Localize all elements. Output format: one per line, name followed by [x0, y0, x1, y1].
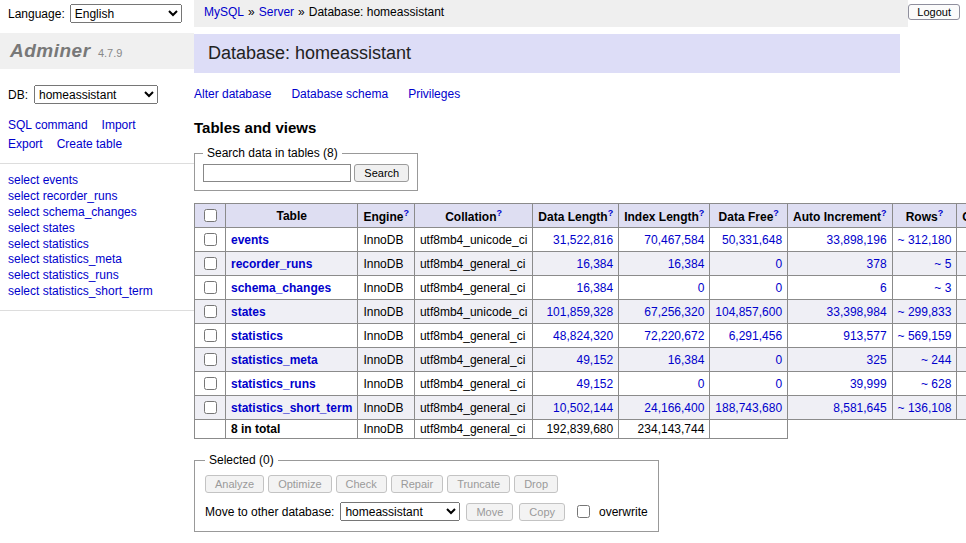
help-icon[interactable]: ? — [608, 208, 614, 218]
language-chooser: Language: English — [0, 0, 194, 27]
help-icon[interactable]: ? — [699, 208, 705, 218]
rows-link-statistics-short-term[interactable]: ~ 136,108 — [898, 401, 952, 415]
collation-cell: utf8mb4_general_ci — [414, 348, 532, 372]
op-button-check[interactable]: Check — [336, 475, 387, 493]
table-link-events[interactable]: events — [231, 233, 269, 247]
overwrite-label[interactable]: overwrite — [599, 505, 648, 519]
row-checkbox-events[interactable] — [204, 233, 217, 246]
table-link-statistics-runs[interactable]: statistics_runs — [231, 377, 316, 391]
sidebar-item-select-statistics[interactable]: select statistics — [8, 237, 186, 253]
rows-link-recorder-runs[interactable]: ~ 5 — [934, 257, 951, 271]
action-link-alter-database[interactable]: Alter database — [194, 87, 271, 101]
data-length-cell: 48,824,320 — [533, 324, 619, 348]
sidebar-item-select-statistics-short-term[interactable]: select statistics_short_term — [8, 284, 186, 300]
tables-head: TableEngine?Collation?Data Length?Index … — [195, 204, 966, 228]
row-check-cell — [195, 228, 226, 252]
breadcrumb-link-mysql[interactable]: MySQL — [204, 5, 244, 19]
row-check-cell — [195, 300, 226, 324]
help-icon[interactable]: ? — [403, 208, 409, 218]
rows-link-statistics[interactable]: ~ 569,159 — [898, 329, 952, 343]
comment-cell — [957, 396, 966, 420]
rows-cell: ~ 312,180 — [892, 228, 957, 252]
sidebar-item-select-recorder-runs[interactable]: select recorder_runs — [8, 189, 186, 205]
table-name-cell: statistics_runs — [226, 372, 358, 396]
rows-link-events[interactable]: ~ 312,180 — [898, 233, 952, 247]
table-link-schema-changes[interactable]: schema_changes — [231, 281, 331, 295]
sidebar-link-export[interactable]: Export — [8, 137, 43, 151]
col-header-engine: Engine? — [358, 204, 415, 228]
engine-cell: InnoDB — [358, 324, 415, 348]
sidebar-item-select-states[interactable]: select states — [8, 221, 186, 237]
table-link-statistics[interactable]: statistics — [231, 329, 283, 343]
table-link-recorder-runs[interactable]: recorder_runs — [231, 257, 312, 271]
row-checkbox-states[interactable] — [204, 305, 217, 318]
action-link-privileges[interactable]: Privileges — [408, 87, 460, 101]
logout-button[interactable]: Logout — [908, 4, 960, 20]
op-button-drop[interactable]: Drop — [514, 475, 558, 493]
rows-link-states[interactable]: ~ 299,833 — [898, 305, 952, 319]
op-button-optimize[interactable]: Optimize — [268, 475, 331, 493]
auto-increment-cell: 8,581,645 — [788, 396, 893, 420]
col-header-rows: Rows? — [892, 204, 957, 228]
table-link-statistics-short-term[interactable]: statistics_short_term — [231, 401, 352, 415]
move-button[interactable]: Move — [466, 503, 513, 521]
table-row-schema-changes: schema_changesInnoDButf8mb4_general_ci16… — [195, 276, 966, 300]
sidebar-item-select-events[interactable]: select events — [8, 173, 186, 189]
op-button-repair[interactable]: Repair — [391, 475, 443, 493]
app-logo: Adminer 4.7.9 — [0, 33, 194, 69]
row-check-cell — [195, 372, 226, 396]
move-db-select[interactable]: homeassistant — [340, 502, 460, 521]
row-checkbox-statistics-runs[interactable] — [204, 377, 217, 390]
action-link-database-schema[interactable]: Database schema — [291, 87, 388, 101]
collation-cell: utf8mb4_general_ci — [414, 276, 532, 300]
index-length-cell: 72,220,672 — [619, 324, 710, 348]
search-button[interactable]: Search — [354, 164, 409, 182]
db-chooser: DB: homeassistant — [8, 85, 186, 104]
collation-cell: utf8mb4_general_ci — [414, 372, 532, 396]
engine-cell: InnoDB — [358, 300, 415, 324]
db-actions: Alter databaseDatabase schemaPrivileges — [194, 87, 900, 101]
rows-link-statistics-runs[interactable]: ~ 628 — [921, 377, 951, 391]
help-icon[interactable]: ? — [773, 208, 779, 218]
col-header-table: Table — [226, 204, 358, 228]
help-icon[interactable]: ? — [881, 208, 887, 218]
op-button-analyze[interactable]: Analyze — [205, 475, 264, 493]
rows-link-schema-changes[interactable]: ~ 3 — [934, 281, 951, 295]
data-free-cell: 188,743,680 — [710, 396, 788, 420]
help-icon[interactable]: ? — [938, 208, 944, 218]
sidebar-item-select-statistics-meta[interactable]: select statistics_meta — [8, 252, 186, 268]
breadcrumb: MySQL»Server»Database: homeassistant — [194, 0, 908, 27]
sidebar-link-create-table[interactable]: Create table — [57, 137, 122, 151]
row-checkbox-recorder-runs[interactable] — [204, 257, 217, 270]
table-name-cell: statistics_short_term — [226, 396, 358, 420]
sidebar-link-import[interactable]: Import — [102, 118, 136, 132]
row-checkbox-statistics[interactable] — [204, 329, 217, 342]
collation-cell: utf8mb4_general_ci — [414, 252, 532, 276]
sidebar-item-select-statistics-runs[interactable]: select statistics_runs — [8, 268, 186, 284]
language-select[interactable]: English — [70, 4, 182, 23]
overwrite-checkbox[interactable] — [577, 505, 590, 518]
sidebar-link-sql-command[interactable]: SQL command — [8, 118, 88, 132]
op-button-truncate[interactable]: Truncate — [447, 475, 510, 493]
help-icon[interactable]: ? — [497, 208, 503, 218]
row-checkbox-statistics-meta[interactable] — [204, 353, 217, 366]
row-checkbox-statistics-short-term[interactable] — [204, 401, 217, 414]
table-link-states[interactable]: states — [231, 305, 266, 319]
col-header-comment: Comment? — [957, 204, 966, 228]
table-row-statistics-runs: statistics_runsInnoDButf8mb4_general_ci4… — [195, 372, 966, 396]
app-version[interactable]: 4.7.9 — [98, 47, 122, 59]
search-input[interactable] — [203, 164, 351, 182]
selected-operations: AnalyzeOptimizeCheckRepairTruncateDrop — [205, 475, 648, 493]
rows-link-statistics-meta[interactable]: ~ 244 — [921, 353, 951, 367]
app-name[interactable]: Adminer — [10, 40, 91, 61]
table-link-statistics-meta[interactable]: statistics_meta — [231, 353, 318, 367]
select-all-checkbox[interactable] — [204, 209, 217, 222]
sidebar-item-select-schema-changes[interactable]: select schema_changes — [8, 205, 186, 221]
breadcrumb-separator: » — [248, 5, 255, 19]
db-select[interactable]: homeassistant — [34, 85, 158, 104]
breadcrumb-link-server[interactable]: Server — [259, 5, 294, 19]
index-length-cell: 24,166,400 — [619, 396, 710, 420]
row-checkbox-schema-changes[interactable] — [204, 281, 217, 294]
main-content: Database: homeassistant Alter databaseDa… — [194, 27, 966, 543]
copy-button[interactable]: Copy — [519, 503, 565, 521]
